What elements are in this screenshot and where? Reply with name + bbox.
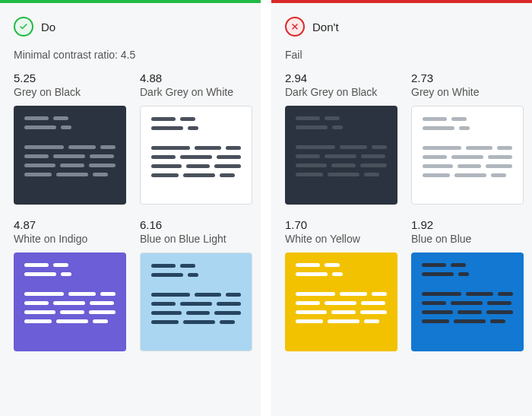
contrast-ratio: 4.88 (140, 71, 252, 84)
contrast-desc: Grey on White (411, 86, 524, 98)
contrast-desc: Blue on Blue (411, 233, 524, 245)
do-header: Do (0, 3, 261, 41)
swatch-cell: 1.70 White on Yellow (285, 218, 397, 351)
contrast-desc: Dark Grey on Black (285, 86, 397, 98)
contrast-ratio: 1.92 (411, 218, 524, 231)
do-subhead: Minimal contrast ratio: 4.5 (0, 41, 261, 71)
swatch-cell: 2.94 Dark Grey on Black (285, 71, 397, 205)
dont-grid: 2.94 Dark Grey on Black 2.73 Grey on Whi… (271, 71, 532, 351)
contrast-ratio: 1.70 (285, 218, 397, 231)
swatch-cell: 2.73 Grey on White (411, 71, 524, 205)
swatch-cell: 1.92 Blue on Blue (411, 218, 524, 351)
contrast-ratio: 5.25 (14, 71, 126, 84)
swatch-cell: 4.88 Dark Grey on White (140, 71, 252, 205)
contrast-desc: Dark Grey on White (140, 86, 252, 98)
contrast-desc: White on Indigo (14, 233, 126, 245)
close-icon (285, 17, 305, 37)
dont-header: Don't (271, 3, 532, 41)
swatch-cell: 5.25 Grey on Black (14, 71, 126, 205)
color-swatch (411, 106, 524, 205)
color-swatch (285, 106, 397, 205)
contrast-ratio: 2.73 (411, 71, 524, 84)
color-swatch (14, 106, 126, 205)
dont-panel: Don't Fail 2.94 Dark Grey on Black 2.73 … (271, 0, 532, 416)
contrast-desc: White on Yellow (285, 233, 397, 245)
contrast-ratio: 4.87 (14, 218, 126, 231)
color-swatch (14, 252, 126, 351)
do-grid: 5.25 Grey on Black 4.88 Dark Grey on Whi… (0, 71, 261, 351)
color-swatch (411, 252, 524, 351)
contrast-desc: Blue on Blue Light (140, 233, 252, 245)
contrast-desc: Grey on Black (14, 86, 126, 98)
color-swatch (285, 252, 397, 351)
swatch-cell: 6.16 Blue on Blue Light (140, 218, 252, 351)
do-panel: Do Minimal contrast ratio: 4.5 5.25 Grey… (0, 0, 261, 416)
check-icon (14, 17, 33, 37)
contrast-guidelines: Do Minimal contrast ratio: 4.5 5.25 Grey… (0, 0, 532, 416)
dont-subhead: Fail (271, 41, 532, 71)
contrast-ratio: 2.94 (285, 71, 397, 84)
contrast-ratio: 6.16 (140, 218, 252, 231)
color-swatch (140, 106, 252, 205)
dont-label: Don't (312, 21, 339, 33)
color-swatch (140, 252, 252, 351)
swatch-cell: 4.87 White on Indigo (14, 218, 126, 351)
do-label: Do (41, 21, 55, 33)
